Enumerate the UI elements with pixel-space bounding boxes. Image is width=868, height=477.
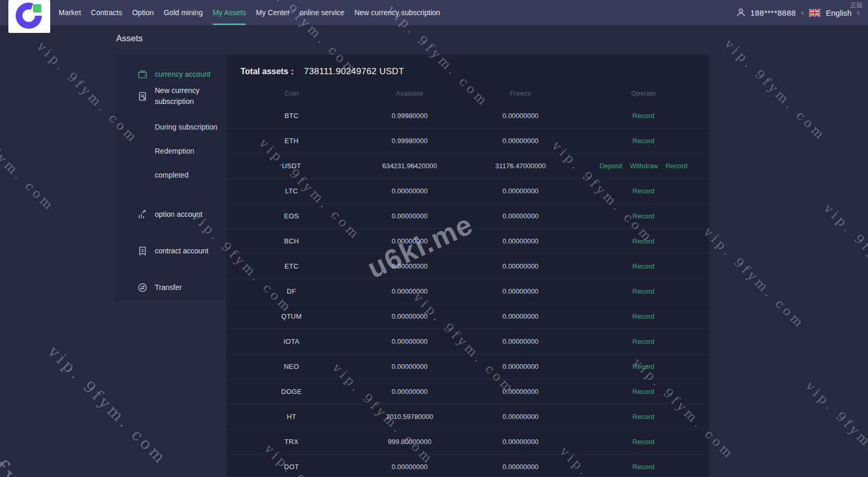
coin-name: USDT <box>226 162 357 170</box>
record-link-qtum[interactable]: Record <box>633 312 655 320</box>
user-dropdown-caret[interactable]: ‹ <box>800 8 805 17</box>
table-row-doge: DOGE0.000000000.00000000Record <box>226 379 709 404</box>
column-header-operate: Operate <box>578 84 709 103</box>
user-phone[interactable]: 188****8888 <box>750 8 796 17</box>
coin-name: QTUM <box>226 312 357 320</box>
operate-cell: Record <box>578 312 709 320</box>
deposit-link-usdt[interactable]: Deposit <box>599 162 622 170</box>
sidebar-item-option-account[interactable]: option account <box>116 203 225 225</box>
column-header-available: Available <box>357 84 463 103</box>
coin-name: EOS <box>226 212 357 220</box>
corner-watermark-text: 9fy <box>0 440 28 477</box>
available-value: 0.00000000 <box>357 312 463 320</box>
language-selector[interactable]: English <box>826 8 851 17</box>
freeze-value: 0.00000000 <box>463 137 578 145</box>
record-link-dot[interactable]: Record <box>633 463 655 471</box>
record-link-bch[interactable]: Record <box>633 237 655 245</box>
nav-item-my-center[interactable]: My Center <box>256 0 290 25</box>
record-link-usdt[interactable]: Record <box>666 162 688 170</box>
sidebar-item-new-currency-subscription[interactable]: ¥New currency subscription <box>116 85 225 107</box>
uk-flag-icon <box>809 9 820 17</box>
nav-item-market[interactable]: Market <box>59 0 81 25</box>
available-value: 0.99980000 <box>357 112 463 120</box>
available-value: 0.00000000 <box>357 388 463 395</box>
record-link-etc[interactable]: Record <box>633 262 655 270</box>
sidebar-item-label: New currency subscription <box>155 85 220 107</box>
withdraw-link-usdt[interactable]: Withdraw <box>630 162 658 170</box>
freeze-value: 0.00000000 <box>463 212 578 220</box>
nav-item-my-assets[interactable]: My Assets <box>213 0 246 25</box>
column-header-freeze: Freeze <box>463 84 578 103</box>
table-row-qtum: QTUM0.000000000.00000000Record <box>226 304 709 329</box>
record-link-ht[interactable]: Record <box>633 413 655 421</box>
operate-cell: Record <box>578 388 709 395</box>
sidebar-item-completed[interactable]: completed <box>116 168 225 182</box>
operate-cell: Record <box>578 363 709 370</box>
coin-name: BTC <box>226 112 357 120</box>
nav-item-contracts[interactable]: Contracts <box>91 0 122 25</box>
coin-name: HT <box>226 413 357 421</box>
available-value: 0.00000000 <box>357 363 463 370</box>
watermark-text: vip. 9fym. com <box>701 225 808 332</box>
available-value: 0.99980000 <box>357 137 463 145</box>
table-row-trx: TRX999.800000000.00000000Record <box>226 429 709 454</box>
record-link-doge[interactable]: Record <box>633 388 655 395</box>
total-assets-label: Total assets： <box>241 66 296 77</box>
table-header: CoinAvailableFreezeOperate <box>226 84 709 103</box>
table-row-bch: BCH0.000000000.00000000Record <box>226 228 709 253</box>
table-row-ltc: LTC0.000000000.00000000Record <box>226 178 709 203</box>
logo-icon <box>8 0 50 33</box>
available-value: 0.00000000 <box>357 338 463 345</box>
record-link-iota[interactable]: Record <box>633 338 655 345</box>
table-row-df: DF0.000000000.00000000Record <box>226 278 709 304</box>
record-link-eos[interactable]: Record <box>633 212 655 220</box>
record-link-ltc[interactable]: Record <box>633 187 655 195</box>
nav-item-online-service[interactable]: online service <box>300 0 345 25</box>
available-value: 0.00000000 <box>357 187 463 195</box>
table-row-neo: NEO0.000000000.00000000Record <box>226 354 709 379</box>
sidebar-item-during-subscription[interactable]: During subscription <box>116 120 225 134</box>
freeze-value: 0.00000000 <box>463 338 578 345</box>
freeze-value: 31176.47000000 <box>463 162 578 170</box>
operate-cell: Record <box>578 413 709 421</box>
coin-name: DOT <box>226 463 357 471</box>
table-row-etc: ETC0.000000000.00000000Record <box>226 253 709 278</box>
freeze-value: 0.00000000 <box>463 237 578 245</box>
available-value: 0.00000000 <box>357 212 463 220</box>
record-link-df[interactable]: Record <box>633 287 655 295</box>
sidebar-item-contract-account[interactable]: contract account <box>116 240 225 262</box>
wallet-icon <box>138 69 147 79</box>
freeze-value: 0.00000000 <box>463 112 578 120</box>
freeze-value: 0.00000000 <box>463 187 578 195</box>
freeze-value: 0.00000000 <box>463 262 578 270</box>
coin-name: TRX <box>226 438 357 446</box>
record-link-btc[interactable]: Record <box>633 112 655 120</box>
table-row-dot: DOT0.000000000.00000000Record <box>226 454 709 477</box>
sidebar-item-transfer[interactable]: Transfer <box>116 276 225 298</box>
nav-item-new-currency-subscription[interactable]: New currency subscription <box>355 0 440 25</box>
sidebar-item-currency-account[interactable]: currency account <box>116 63 225 85</box>
available-value: 0.00000000 <box>357 237 463 245</box>
nav-user-area: 188****8888 ‹ English ‹ <box>736 0 861 25</box>
svg-text:¥: ¥ <box>143 97 145 100</box>
operate-cell: Record <box>578 212 709 220</box>
nav-item-option[interactable]: Option <box>132 0 154 25</box>
sidebar-item-label: option account <box>155 209 220 220</box>
sidebar-item-redemption[interactable]: Redemption <box>116 144 225 158</box>
total-assets-value: 738111.90249762 USDT <box>304 66 404 77</box>
table-row-usdt: USDT634231.9642000031176.47000000Deposit… <box>226 153 709 178</box>
freeze-value: 0.00000000 <box>463 363 578 370</box>
operate-cell: Record <box>578 137 709 145</box>
coin-name: IOTA <box>226 338 357 345</box>
nav-item-gold-mining[interactable]: Gold mining <box>164 0 203 25</box>
brand-logo[interactable] <box>8 0 50 33</box>
record-link-neo[interactable]: Record <box>633 363 655 370</box>
record-link-eth[interactable]: Record <box>633 137 655 145</box>
coin-name: ETC <box>226 262 357 270</box>
available-value: 0.00000000 <box>357 463 463 471</box>
table-row-btc: BTC0.999800000.00000000Record <box>226 103 709 128</box>
freeze-value: 0.00000000 <box>463 413 578 421</box>
record-link-trx[interactable]: Record <box>633 438 655 446</box>
coin-name: NEO <box>226 363 357 370</box>
total-assets-row: Total assets： 738111.90249762 USDT <box>226 55 709 79</box>
